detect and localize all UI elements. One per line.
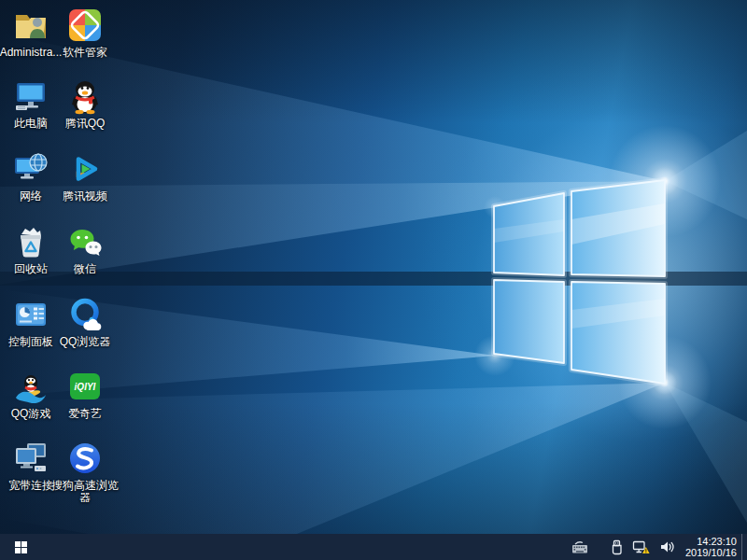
taskbar-clock[interactable]: 14:23:10 2019/10/16 [685, 536, 737, 558]
desktop-icon-wechat[interactable]: 微信 [50, 222, 120, 275]
iqiyi-logo-text: iQIYI [75, 382, 96, 392]
clock-time: 14:23:10 [685, 536, 737, 547]
desktop-icon-label: 微信 [74, 263, 96, 275]
network-icon [12, 149, 49, 189]
windows-start-icon [15, 541, 27, 553]
tencent-video-icon [66, 149, 104, 189]
desktop-icon-iqiyi[interactable]: iQIYI 爱奇艺 [50, 367, 120, 420]
start-button[interactable] [0, 534, 41, 560]
this-pc-icon [12, 77, 49, 116]
desktop-icon-tencent-qq[interactable]: 腾讯QQ [50, 77, 120, 130]
iqiyi-icon: iQIYI [66, 367, 104, 406]
desktop-icon-tencent-video[interactable]: 腾讯视频 [50, 149, 120, 203]
desktop-icon-label: 腾讯视频 [63, 190, 107, 203]
desktop-icon-label: 搜狗高速浏览器 [50, 480, 120, 504]
desktop-icon-label: 此电脑 [14, 118, 48, 130]
sogou-browser-icon [66, 439, 104, 478]
desktop-icon-qq-browser[interactable]: QQ浏览器 [50, 295, 120, 348]
desktop-icon-label: QQ浏览器 [60, 336, 111, 348]
desktop-icon-label: 回收站 [14, 263, 48, 275]
desktop-icon-label: 腾讯QQ [65, 118, 106, 130]
qq-penguin-icon [66, 77, 104, 116]
touch-keyboard-icon[interactable] [567, 534, 593, 560]
desktop-icon-label: 控制面板 [8, 336, 53, 348]
broadband-connection-icon [12, 439, 49, 478]
software-manager-icon [66, 6, 104, 45]
desktop-icon-label: 软件管家 [63, 47, 107, 59]
wechat-icon [66, 222, 104, 261]
qq-browser-icon [66, 295, 104, 334]
desktop-icon-label: QQ游戏 [11, 408, 51, 420]
volume-icon[interactable] [655, 534, 680, 560]
taskbar: 14:23:10 2019/10/16 [0, 534, 747, 560]
clock-date: 2019/10/16 [685, 547, 737, 558]
control-panel-icon [12, 295, 49, 334]
desktop-icon-software-manager[interactable]: 软件管家 [50, 6, 120, 59]
desktop-icon-label: 宽带连接 [8, 480, 53, 492]
desktop-icon-sogou-browser[interactable]: 搜狗高速浏览器 [50, 439, 120, 504]
usb-device-icon[interactable] [606, 534, 627, 560]
show-desktop-button[interactable] [741, 534, 747, 560]
qq-games-icon [12, 367, 49, 406]
system-tray: 14:23:10 2019/10/16 [567, 534, 747, 560]
desktop-icon-label: 网络 [20, 190, 42, 203]
network-status-warning-icon[interactable] [627, 534, 655, 560]
user-folder-icon [12, 6, 49, 45]
desktop-icon-label: 爱奇艺 [68, 408, 102, 420]
recycle-bin-icon [12, 222, 49, 261]
